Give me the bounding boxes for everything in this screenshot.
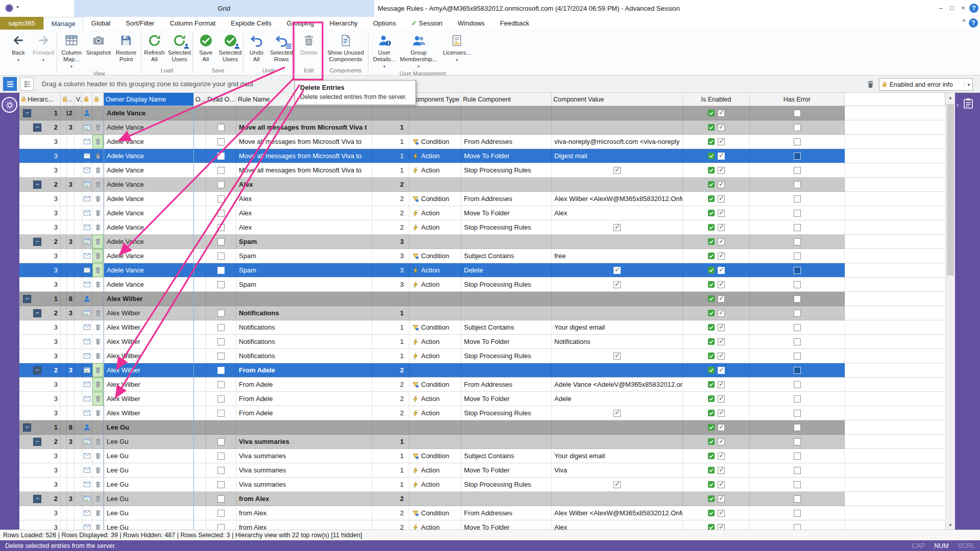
dead-checkbox[interactable] [217,395,225,403]
licenses-button[interactable]: Licenses...▾ [437,30,476,70]
dead-checkbox[interactable] [217,210,225,217]
grid-row[interactable]: 3Adele VanceMove all messages from Micro… [19,135,945,149]
hierarchy-view-toggle[interactable] [3,77,17,91]
enabled-checkbox[interactable] [718,167,725,174]
grid-row[interactable]: −23Lee GuViva summaries1 [19,435,945,449]
enabled-checkbox[interactable] [718,267,725,274]
error-checkbox[interactable] [794,395,801,403]
delete-button[interactable]: Delete [296,30,322,67]
grid-row[interactable]: 3Lee GuViva summaries1ActionStop Process… [19,478,945,492]
grid-row[interactable]: 3Alex WilberFrom Adele2ActionStop Proces… [19,406,945,420]
dead-checkbox[interactable] [217,153,225,160]
dead-checkbox[interactable] [217,467,225,474]
column-header-component-type[interactable]: Component Type [409,93,461,106]
enabled-checkbox[interactable] [718,281,725,288]
enabled-checkbox[interactable] [718,238,725,245]
enabled-checkbox[interactable] [718,495,725,503]
error-checkbox[interactable] [794,110,801,117]
collapse-ribbon-icon[interactable]: ^ [963,18,966,24]
error-checkbox[interactable] [794,510,801,517]
grid-row[interactable]: −23Alex WilberFrom Adele2 [19,363,945,378]
trash-icon[interactable] [94,452,102,460]
error-checkbox[interactable] [794,495,801,503]
grid-row[interactable]: 3Lee Gufrom Alex2ConditionFrom Addresses… [19,506,945,520]
tab-explode-cells[interactable]: Explode Cells [223,17,279,30]
trash-icon[interactable] [94,466,102,474]
dead-checkbox[interactable] [217,510,225,517]
dead-checkbox[interactable] [217,224,225,231]
dead-checkbox[interactable] [217,324,225,331]
error-checkbox[interactable] [794,210,801,217]
snapshot-button[interactable]: Snapshot [85,30,112,70]
trash-icon[interactable] [94,366,102,374]
grid-row[interactable]: 3Adele VanceAlex2ActionMove To FolderAle… [19,206,945,220]
dead-checkbox[interactable] [217,167,225,174]
error-checkbox[interactable] [794,381,801,388]
grid-row[interactable]: 3Adele VanceSpam3ActionStop Processing R… [19,278,945,292]
restore-point-button[interactable]: RestorePoint [112,30,140,70]
column-header-has-error[interactable]: Has Error [750,93,845,106]
grid-row[interactable]: 3Adele VanceSpam3ConditionSubject Contai… [19,249,945,263]
enabled-checkbox[interactable] [718,410,725,417]
value-checkbox[interactable] [614,410,621,417]
value-checkbox[interactable] [614,281,621,288]
grid-row[interactable]: −23Lee Gufrom Alex2 [19,492,945,506]
grid-row[interactable]: 3Lee Gufrom Alex2ActionMove To FolderAle… [19,520,945,530]
dead-checkbox[interactable] [217,253,225,260]
collapse-button[interactable]: − [33,438,41,446]
value-checkbox[interactable] [614,167,621,174]
trash-icon[interactable] [94,495,102,503]
error-checkbox[interactable] [794,453,801,460]
scrollbar-thumb[interactable] [947,104,954,276]
column-header-icon[interactable] [82,93,92,106]
dead-checkbox[interactable] [217,310,225,317]
value-checkbox[interactable] [614,353,621,360]
clipboard-icon[interactable] [963,98,973,111]
column-header-hierarc[interactable]: Hierarc... [19,93,61,106]
error-checkbox[interactable] [794,353,801,360]
grid-row[interactable]: 3Adele VanceMove all messages from Micro… [19,149,945,163]
dead-checkbox[interactable] [217,281,225,288]
error-checkbox[interactable] [794,367,801,374]
column-map-button[interactable]: ColumnMap...▾ [58,30,85,70]
error-checkbox[interactable] [794,410,801,417]
error-checkbox[interactable] [794,181,801,188]
settings-gear-icon[interactable] [2,97,17,113]
scroll-up-icon[interactable]: ▲ [946,93,955,102]
collapse-button[interactable]: − [33,309,41,317]
save-all-button[interactable]: SaveAll [193,30,218,67]
grid-row[interactable]: −23Alex WilberNotifications1 [19,306,945,320]
tab-manage[interactable]: Manage [43,17,84,30]
dead-checkbox[interactable] [217,367,225,374]
enabled-checkbox[interactable] [718,138,725,145]
trash-icon[interactable] [94,438,102,445]
trash-icon[interactable] [94,523,102,530]
column-header-is-enabled[interactable]: Is Enabled [683,93,750,106]
dead-checkbox[interactable] [217,381,225,388]
enabled-checkbox[interactable] [718,467,725,474]
dead-checkbox[interactable] [217,138,225,145]
help-button[interactable]: ? [969,4,978,13]
column-header-icon[interactable] [845,93,945,106]
dead-checkbox[interactable] [217,124,225,131]
scroll-down-icon[interactable]: ▼ [946,520,955,530]
tab-global[interactable]: Global [84,17,118,30]
trash-icon[interactable] [94,166,102,174]
error-checkbox[interactable] [794,238,801,245]
trash-icon[interactable] [94,481,102,488]
trash-icon[interactable] [94,309,102,317]
app-icon[interactable] [5,4,13,12]
refresh-all-button[interactable]: RefreshAll [142,30,167,67]
enabled-checkbox[interactable] [718,338,725,345]
column-header-rule-component[interactable]: Rule Component [461,93,552,106]
enabled-checkbox[interactable] [718,124,725,131]
column-header-owner-display-name[interactable]: Owner Display Name [104,93,194,106]
trash-icon[interactable] [94,509,102,517]
trash-icon[interactable] [94,252,102,260]
tab-grouping[interactable]: Grouping [279,17,322,30]
error-checkbox[interactable] [794,281,801,288]
collapse-button[interactable]: − [33,181,41,189]
enabled-checkbox[interactable] [718,438,725,445]
selected-rows-button[interactable]: SelectedRows [269,30,294,67]
column-header-o[interactable]: O... [194,93,206,106]
